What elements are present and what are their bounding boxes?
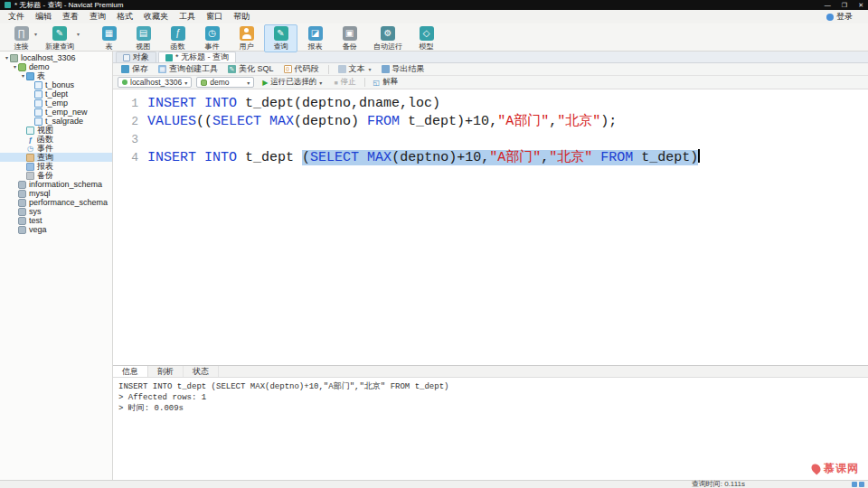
message-line: INSERT INTO t_dept (SELECT MAX(deptno)+1… (118, 381, 863, 392)
menu-item-format[interactable]: 格式 (111, 10, 138, 23)
explain-label: 解释 (382, 77, 398, 88)
text-view-button[interactable]: 文本 ▾ (334, 64, 376, 75)
message-log: INSERT INTO t_dept (SELECT MAX(deptno)+1… (113, 378, 868, 480)
tree-label: t_bonus (45, 80, 74, 89)
menu-item-help[interactable]: 帮助 (228, 10, 255, 23)
beautify-icon: ✎ (228, 65, 236, 73)
toolbar-event-button[interactable]: ◷事件 (195, 24, 229, 52)
function-icon: ƒ (171, 26, 185, 41)
chevron-down-icon: ▾ (184, 80, 187, 86)
sql-text (592, 150, 600, 165)
stop-button[interactable]: ■ 停止 (330, 77, 359, 88)
tree-item-table-t-emp[interactable]: t_emp (0, 99, 112, 108)
beautify-sql-button[interactable]: ✎ 美化 SQL (223, 64, 278, 75)
tree-item-tables-folder[interactable]: ▾表 (0, 71, 112, 80)
tree-label: sys (29, 207, 42, 216)
tree-item-functions-folder[interactable]: ƒ函数 (0, 135, 112, 144)
toolbar-label: 备份 (343, 42, 357, 52)
twisty-icon: ▾ (4, 53, 10, 62)
results-tab-info[interactable]: 信息 (113, 366, 148, 377)
sql-text: t_dept)+10, (400, 114, 497, 129)
tree-item-db-performance-schema[interactable]: performance_schema (0, 198, 112, 207)
view-icon: ▤ (137, 26, 151, 41)
tree-item-db-mysql[interactable]: mysql (0, 189, 112, 198)
views-folder-icon (26, 127, 34, 135)
close-button[interactable]: ✕ (858, 2, 863, 9)
toolbar-query-button[interactable]: ✎查询 (264, 24, 297, 52)
tab-query[interactable]: * 无标题 - 查询 (158, 52, 236, 62)
menu-item-tools[interactable]: 工具 (174, 10, 201, 23)
toolbar-label: 报表 (308, 42, 323, 52)
editor-line[interactable]: 3 (113, 131, 868, 149)
text-view-label: 文本 (349, 63, 365, 75)
tree-item-db-demo[interactable]: ▾demo (0, 62, 112, 71)
toolbar-new-query-button[interactable]: ✎▾新建查询 (39, 24, 80, 52)
tree-item-table-t-emp-new[interactable]: t_emp_new (0, 108, 112, 117)
database-select[interactable]: demo ▾ (196, 77, 254, 88)
menu-item-edit[interactable]: 编辑 (30, 10, 57, 23)
tree-item-table-t-salgrade[interactable]: t_salgrade (0, 117, 112, 126)
menu-item-query[interactable]: 查询 (84, 10, 111, 23)
run-selected-button[interactable]: ▶ 运行已选择的 ▾ (259, 77, 326, 88)
tree-item-table-t-dept[interactable]: t_dept (0, 89, 112, 99)
tree-item-db-test[interactable]: test (0, 216, 112, 225)
tree-item-db-sys[interactable]: sys (0, 207, 112, 216)
automation-icon: ⚙ (381, 26, 395, 41)
toolbar-connection-button[interactable]: ∏▾连接 (5, 24, 38, 52)
menu-item-file[interactable]: 文件 (3, 10, 30, 23)
tree-item-queries-folder[interactable]: 查询 (0, 153, 112, 162)
tree-item-table-t-bonus[interactable]: t_bonus (0, 80, 112, 89)
run-toolbar: localhost_3306 ▾ demo ▾ ▶ 运行已选择的 ▾ ■ 停止 (113, 76, 868, 89)
connection-icon (10, 54, 18, 62)
toolbar-report-button[interactable]: ◪报表 (298, 24, 332, 52)
chevron-down-icon: ▾ (247, 80, 250, 86)
menubar: 文件编辑查看查询格式收藏夹工具窗口帮助 登录 (0, 10, 868, 23)
database-icon (18, 63, 26, 71)
toolbar-function-button[interactable]: ƒ函数 (161, 24, 194, 52)
toolbar-table-button[interactable]: ▦表 (92, 24, 126, 52)
connection-select-value: localhost_3306 (130, 78, 182, 87)
toolbar-model-button[interactable]: ◇模型 (410, 24, 443, 52)
sql-keyword: INTO (204, 150, 237, 165)
query-builder-button[interactable]: ▦ 查询创建工具 (154, 64, 222, 75)
tree-item-events-folder[interactable]: ◷事件 (0, 144, 112, 153)
editor-line[interactable]: 4INSERT INTO t_dept (SELECT MAX(deptno)+… (113, 149, 868, 167)
save-button[interactable]: 保存 (117, 64, 153, 75)
toolbar-backup-button[interactable]: ▣备份 (333, 24, 366, 52)
explain-button[interactable]: ◱ 解释 (370, 77, 402, 88)
maximize-button[interactable]: ❐ (842, 2, 847, 9)
code-snippet-button[interactable]: {} 代码段 (279, 64, 324, 75)
tree-item-views-folder[interactable]: 视图 (0, 126, 112, 135)
tree-item-db-vega[interactable]: vega (0, 225, 112, 234)
queries-folder-icon (26, 154, 34, 162)
grid-indicator-icon (852, 482, 857, 487)
results-tab-profile[interactable]: 剖析 (148, 366, 184, 377)
menu-item-window[interactable]: 窗口 (201, 10, 228, 23)
titlebar: * 无标题 - 查询 - Navicat Premium — ❐ ✕ (0, 0, 868, 10)
login-button[interactable]: 登录 (826, 11, 865, 23)
tab-objects[interactable]: 对象 (116, 52, 156, 62)
minimize-button[interactable]: — (825, 2, 831, 9)
editor-line[interactable]: 1INSERT INTO t_dept(deptno,dname,loc) (113, 95, 868, 113)
tree-item-connection-localhost-3306[interactable]: ▾localhost_3306 (0, 53, 112, 62)
results-tab-status[interactable]: 状态 (184, 366, 219, 377)
tab-objects-label: 对象 (133, 52, 149, 63)
editor-line[interactable]: 2VALUES((SELECT MAX(deptno) FROM t_dept)… (113, 113, 868, 131)
tree-item-reports-folder[interactable]: 报表 (0, 162, 112, 171)
menu-item-view[interactable]: 查看 (57, 10, 84, 23)
export-result-button[interactable]: 导出结果 (377, 64, 429, 75)
connection-select[interactable]: localhost_3306 ▾ (118, 77, 192, 88)
sql-keyword: FROM (600, 150, 633, 165)
sql-text (261, 114, 269, 129)
query-time: 查询时间: 0.111s (692, 481, 745, 488)
toolbar-view-button[interactable]: ▤视图 (127, 24, 160, 52)
toolbar-user-button[interactable]: 用户 (230, 24, 263, 52)
tree-label: 表 (37, 70, 45, 82)
tree-item-db-information-schema[interactable]: information_schema (0, 180, 112, 189)
sql-editor[interactable]: 1INSERT INTO t_dept(deptno,dname,loc)2VA… (113, 89, 868, 365)
snippet-icon: {} (284, 65, 292, 73)
menu-item-favorites[interactable]: 收藏夹 (138, 10, 174, 23)
toolbar-automation-button[interactable]: ⚙自动运行 (367, 24, 409, 52)
tree-item-backups-folder[interactable]: 备份 (0, 171, 112, 180)
table-icon (34, 99, 42, 108)
